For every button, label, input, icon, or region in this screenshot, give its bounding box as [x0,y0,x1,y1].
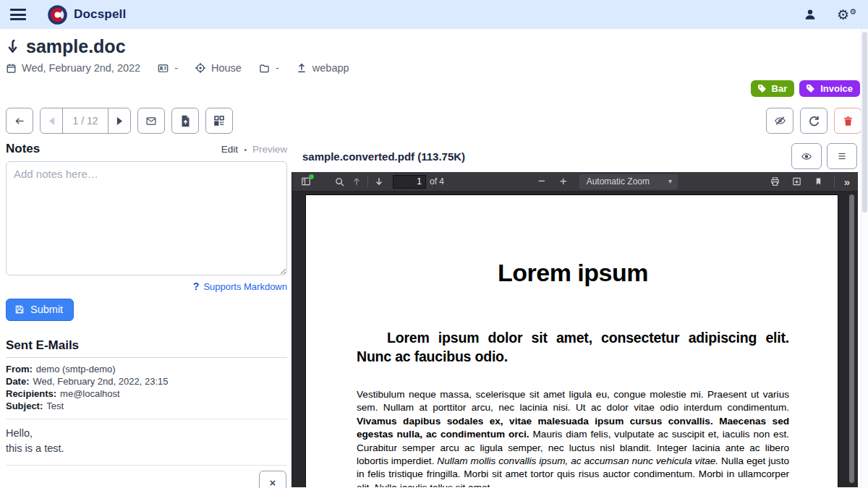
email-from-value: demo (smtp-demo) [36,364,116,374]
correspondent-card-icon [157,63,169,74]
brand[interactable]: Docspell [48,5,126,25]
back-button[interactable] [6,108,33,134]
navbar-right: ⚙⚙ [804,8,859,22]
send-mail-button[interactable] [137,108,165,134]
pdf-text-normal: Vestibulum neque massa, scelerisque sit … [357,389,789,413]
attachment-header-buttons [791,143,857,169]
zoom-level-select[interactable]: Automatic Zoom ▾ [579,174,678,189]
zoom-in-button[interactable]: + [555,174,572,189]
pdf-scrollbar-thumb[interactable] [849,194,854,483]
reprocess-button[interactable] [800,108,827,134]
document-meta-row: Wed, February 2nd, 2022 - House - webapp [6,62,861,74]
hamburger-menu-icon[interactable] [10,9,26,20]
folder-value[interactable]: - [276,62,279,74]
prev-page-button[interactable] [41,108,62,133]
zoom-out-button[interactable]: − [533,174,550,189]
document-title: sample.doc [26,36,126,57]
folder-icon [258,63,271,74]
page-scrollbar[interactable] [861,29,868,488]
correspondent-value[interactable]: - [174,62,178,74]
attachment-menu-button[interactable] [827,143,857,169]
chevron-left-icon [48,117,55,125]
tag-icon [757,84,767,93]
next-page-button[interactable] [109,108,130,133]
add-file-button[interactable] [171,108,199,134]
brand-name: Docspell [74,7,126,22]
markdown-hint-row: ? Supports Markdown [6,281,287,292]
toolbar-left: 1 / 12 [6,108,233,134]
file-upload-icon [180,115,191,127]
email-date-value: Wed, February 2nd, 2022, 23:15 [33,376,169,387]
docspell-logo-icon [48,5,67,25]
left-pane: Notes Edit • Preview ? Supports Markdown… [0,140,292,487]
notes-tab-edit[interactable]: Edit [221,144,238,155]
toolbar-right [766,108,861,134]
pdf-page-down-button[interactable] [370,174,388,189]
pdf-search-button[interactable] [331,174,348,189]
submit-label: Submit [30,304,63,315]
menu-lines-icon [837,152,847,160]
sidebar-toggle-button[interactable] [297,174,315,189]
close-email-button[interactable]: × [259,471,286,488]
email-recipients-label: Recipients: [6,388,56,399]
arrow-down-icon [374,176,384,187]
notes-tab-preview[interactable]: Preview [252,144,287,155]
document-title-row: sample.doc [6,36,861,57]
concerning-value[interactable]: House [211,62,242,74]
email-subject-value: Test [46,401,64,411]
qr-code-icon [213,115,225,127]
user-account-icon[interactable] [804,8,817,21]
download-arrow-icon[interactable] [6,39,20,54]
pdf-page-number-input[interactable] [393,175,426,189]
document-header: sample.doc Wed, February 2nd, 2022 - Hou… [0,29,868,97]
main-content: Notes Edit • Preview ? Supports Markdown… [0,140,868,487]
delete-button[interactable] [834,108,861,134]
pdf-canvas[interactable]: Lorem ipsum Lorem ipsum dolor sit amet, … [292,192,858,487]
email-subject-label: Subject: [6,401,43,411]
tag-invoice[interactable]: Invoice [799,80,860,97]
chevron-down-icon: ▾ [668,177,672,185]
pdf-viewer: of 4 − + Automatic Zoom ▾ [292,172,858,487]
pdf-page: Lorem ipsum Lorem ipsum dolor sit amet, … [305,194,838,487]
help-question-icon[interactable]: ? [193,281,200,292]
sidebar-notification-dot [309,174,314,179]
pdf-doc-subtitle: Lorem ipsum dolor sit amet, consectetur … [357,328,789,366]
arrow-up-icon [352,176,362,187]
item-toolbar: 1 / 12 [0,97,868,134]
submit-notes-button[interactable]: Submit [6,299,74,321]
magnifier-icon [334,176,345,187]
email-date-label: Date: [6,376,30,387]
email-body-line: Hello, [6,426,287,441]
attachment-pager: 1 / 12 [40,108,131,134]
tab-separator-dot: • [244,145,247,154]
pdf-more-tools-button[interactable]: » [841,176,853,188]
pdf-download-button[interactable] [788,174,806,189]
view-mode-button[interactable] [791,143,822,169]
tag-label: Bar [772,83,788,94]
email-body-line: this is a test. [6,441,287,456]
email-date-row: Date:Wed, February 2nd, 2022, 23:15 [6,375,287,388]
top-navbar: Docspell ⚙⚙ [0,0,868,29]
trash-icon [843,115,854,127]
document-date: Wed, February 2nd, 2022 [22,62,140,74]
pdf-doc-paragraph: Vestibulum neque massa, scelerisque sit … [357,388,789,487]
concerning-crosshair-icon [195,62,206,74]
qr-code-button[interactable] [205,108,233,134]
notes-input[interactable] [6,161,287,275]
tags-row: Bar Invoice [6,80,861,97]
pdf-print-button[interactable] [767,174,784,189]
right-pane: sample.converted.pdf (113.75K) [292,140,858,487]
attachment-filename: sample.converted.pdf (113.75K) [302,150,465,163]
email-recipients-row: Recipients:me@localhost [6,388,287,400]
pdf-bookmark-button[interactable] [810,174,827,189]
supports-markdown-link[interactable]: Supports Markdown [203,281,287,292]
unconfirm-button[interactable] [766,108,793,134]
chevron-right-icon [116,117,123,125]
pdf-page-up-button[interactable] [348,174,365,189]
settings-gears-icon[interactable]: ⚙⚙ [837,8,856,22]
tag-bar[interactable]: Bar [751,80,795,97]
docspell-app: Docspell ⚙⚙ sample.doc Wed, February 2nd… [0,0,868,488]
pdf-doc-title: Lorem ipsum [357,259,789,287]
page-scrollbar-thumb[interactable] [862,32,867,213]
notes-header: Notes Edit • Preview [6,142,287,156]
